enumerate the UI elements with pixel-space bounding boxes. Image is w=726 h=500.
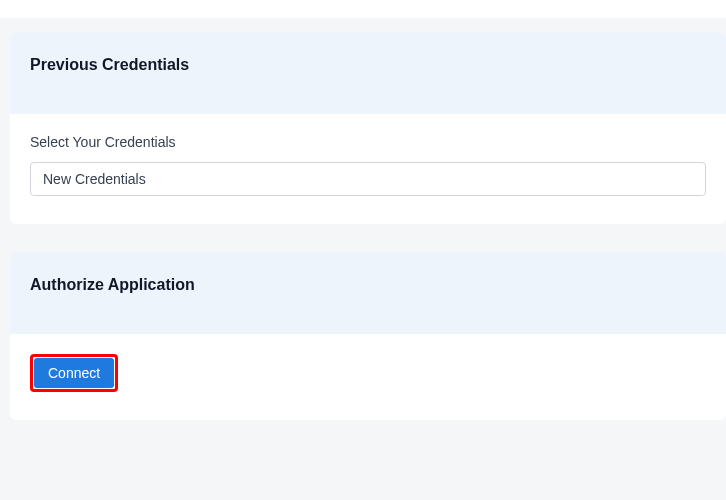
authorize-application-body: Connect [10, 334, 726, 420]
previous-credentials-body: Select Your Credentials [10, 114, 726, 224]
previous-credentials-card: Previous Credentials Select Your Credent… [10, 32, 726, 224]
connect-button[interactable]: Connect [34, 358, 114, 388]
authorize-application-header: Authorize Application [10, 252, 726, 334]
top-bar [0, 0, 726, 18]
credentials-select[interactable] [30, 162, 706, 196]
connect-highlight: Connect [30, 354, 118, 392]
authorize-application-title: Authorize Application [30, 276, 706, 294]
content-area: Previous Credentials Select Your Credent… [0, 18, 726, 420]
authorize-application-card: Authorize Application Connect [10, 252, 726, 420]
previous-credentials-header: Previous Credentials [10, 32, 726, 114]
credentials-field-label: Select Your Credentials [30, 134, 706, 150]
previous-credentials-title: Previous Credentials [30, 56, 706, 74]
credentials-select-wrapper [30, 162, 706, 196]
